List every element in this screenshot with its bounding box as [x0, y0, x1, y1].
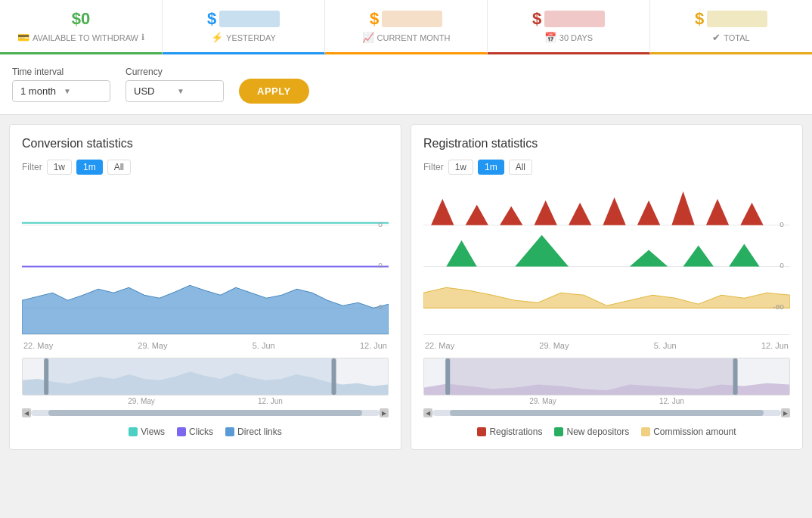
svg-marker-26: [630, 250, 668, 267]
svg-marker-23: [740, 203, 763, 225]
registration-chart-area: 0 0 -80: [423, 184, 790, 335]
currency-group: Currency USD ▼: [126, 67, 224, 102]
scroll-right-arrow[interactable]: ▶: [781, 408, 790, 417]
currency-value: USD: [134, 85, 172, 97]
charts-container: Conversion statistics Filter 1w 1m All 0: [0, 115, 812, 459]
info-icon[interactable]: ℹ: [141, 33, 144, 42]
registration-chart-panel: Registration statistics Filter 1w 1m All: [411, 124, 803, 450]
currency-select[interactable]: USD ▼: [126, 80, 224, 102]
svg-rect-8: [45, 358, 334, 395]
svg-marker-22: [706, 199, 729, 225]
scroll-left-arrow[interactable]: ◀: [423, 408, 432, 417]
conversion-chart-title: Conversion statistics: [22, 137, 389, 150]
card-total[interactable]: $ ✔ TOTAL: [650, 0, 812, 54]
svg-marker-21: [671, 191, 694, 225]
conversion-filter-label: Filter: [22, 162, 42, 172]
scrollbar-track[interactable]: [31, 410, 380, 416]
registration-mini-svg: [424, 358, 789, 395]
scroll-left-arrow[interactable]: ◀: [22, 408, 31, 417]
total-label: ✔ TOTAL: [662, 32, 800, 43]
current-month-amount: $: [337, 9, 475, 29]
svg-marker-14: [431, 199, 454, 225]
conversion-x-labels: 22. May 29. May 5. Jun 12. Jun: [22, 338, 389, 353]
conversion-chart-panel: Conversion statistics Filter 1w 1m All 0: [9, 124, 401, 450]
svg-rect-10: [332, 358, 336, 395]
total-amount: $: [662, 9, 800, 29]
registration-chart-title: Registration statistics: [423, 137, 790, 150]
withdraw-label: 💳 AVAILABLE TO WITHDRAW ℹ: [12, 32, 150, 43]
svg-marker-3: [22, 285, 389, 334]
clicks-color: [177, 427, 186, 436]
svg-text:0: 0: [378, 302, 383, 311]
time-interval-label: Time interval: [12, 67, 110, 77]
yesterday-icon: ⚡: [211, 32, 223, 43]
conversion-scrollbar[interactable]: ◀ ▶: [22, 407, 389, 419]
legend-clicks: Clicks: [177, 426, 213, 437]
svg-rect-34: [447, 358, 736, 395]
filter-bar: Time interval 1 month ▼ Currency USD ▼ A…: [0, 54, 812, 115]
registration-scrollbar[interactable]: ◀ ▶: [423, 407, 790, 419]
conversion-mini-labels: 29. May 12. Jun: [22, 395, 389, 407]
direct-links-label: Direct links: [237, 426, 282, 437]
svg-text:0: 0: [779, 220, 784, 228]
conversion-filter-1m[interactable]: 1m: [76, 160, 103, 175]
registrations-label: Registrations: [489, 426, 542, 437]
registration-legend: Registrations New depositors Commission …: [423, 426, 790, 437]
card-30days[interactable]: $ 📅 30 DAYS: [488, 0, 650, 54]
registration-filter-all[interactable]: All: [509, 160, 532, 175]
svg-marker-25: [515, 235, 569, 267]
current-month-label: 📈 CURRENT MONTH: [337, 32, 475, 43]
conversion-filter-all[interactable]: All: [107, 160, 131, 175]
withdraw-amount: $0: [12, 9, 150, 29]
conversion-mini-chart: [22, 358, 389, 395]
currency-label: Currency: [126, 67, 224, 77]
new-depositors-label: New depositors: [566, 426, 629, 437]
registration-mini-labels: 29. May 12. Jun: [423, 395, 790, 407]
conversion-filter-1w[interactable]: 1w: [47, 160, 72, 175]
svg-text:0: 0: [779, 262, 784, 270]
30days-amount: $: [500, 9, 637, 29]
scrollbar-thumb[interactable]: [450, 410, 764, 416]
svg-marker-24: [446, 240, 476, 267]
commission-label: Commission amount: [653, 426, 736, 437]
scroll-right-arrow[interactable]: ▶: [380, 408, 389, 417]
current-month-icon: 📈: [362, 32, 374, 43]
legend-direct-links: Direct links: [225, 426, 282, 437]
registration-chart-filter: Filter 1w 1m All: [423, 160, 790, 175]
scrollbar-thumb[interactable]: [48, 410, 362, 416]
conversion-chart-area: 0 0 0: [22, 184, 389, 335]
svg-marker-17: [535, 200, 557, 225]
legend-commission: Commission amount: [641, 426, 736, 437]
svg-marker-16: [500, 206, 522, 225]
apply-button[interactable]: APPLY: [239, 79, 309, 104]
new-depositors-color: [554, 427, 563, 436]
registration-x-labels: 22. May 29. May 5. Jun 12. Jun: [423, 338, 790, 353]
svg-text:0: 0: [378, 262, 383, 270]
30days-icon: 📅: [544, 32, 556, 43]
chevron-down-icon: ▼: [64, 87, 102, 95]
time-interval-select[interactable]: 1 month ▼: [12, 80, 110, 102]
registration-filter-1w[interactable]: 1w: [448, 160, 473, 175]
legend-registrations: Registrations: [477, 426, 542, 437]
registration-filter-1m[interactable]: 1m: [478, 160, 504, 175]
card-withdraw[interactable]: $0 💳 AVAILABLE TO WITHDRAW ℹ: [0, 0, 163, 54]
views-label: Views: [141, 426, 165, 437]
registration-filter-label: Filter: [423, 162, 444, 172]
card-current-month[interactable]: $ 📈 CURRENT MONTH: [325, 0, 488, 54]
30days-label: 📅 30 DAYS: [500, 32, 637, 43]
svg-text:-80: -80: [773, 302, 784, 311]
registration-chart-svg: 0 0 -80: [423, 184, 790, 334]
yesterday-amount: $: [175, 9, 312, 29]
time-interval-value: 1 month: [20, 85, 59, 97]
svg-marker-19: [603, 197, 625, 225]
svg-rect-35: [445, 358, 450, 395]
total-icon: ✔: [712, 32, 721, 43]
clicks-label: Clicks: [189, 426, 213, 437]
svg-marker-15: [466, 205, 488, 225]
card-yesterday[interactable]: $ ⚡ YESTERDAY: [163, 0, 325, 54]
svg-marker-29: [423, 287, 790, 308]
scrollbar-track[interactable]: [432, 410, 781, 416]
legend-views: Views: [129, 426, 165, 437]
registration-mini-chart: [423, 358, 790, 395]
top-cards-container: $0 💳 AVAILABLE TO WITHDRAW ℹ $ ⚡ YESTERD…: [0, 0, 812, 54]
